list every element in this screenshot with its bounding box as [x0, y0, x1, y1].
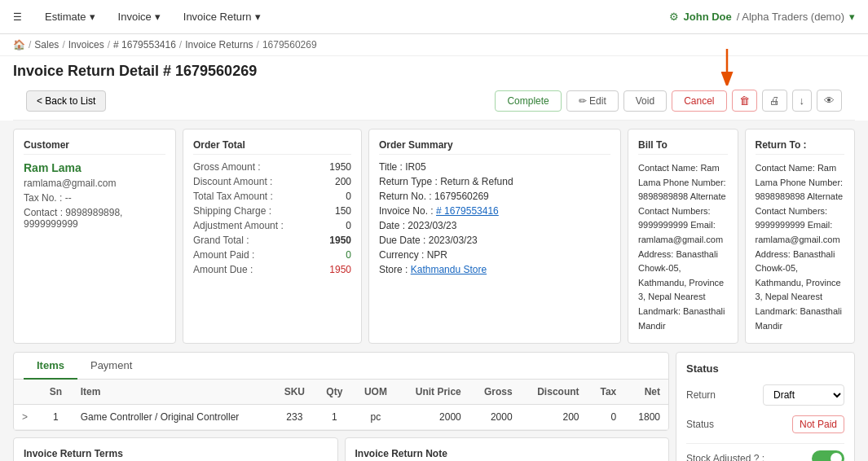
col-expand: [14, 380, 39, 405]
row-tax: 0: [588, 405, 625, 430]
summary-due-date: Due Date : 2023/03/23: [379, 235, 610, 246]
tax-row: Total Tax Amount : 0: [193, 191, 351, 202]
footer-sections: Invoice Return Terms Invoice Return Note: [13, 437, 669, 461]
customer-name: Ram Lama: [24, 161, 165, 174]
stock-toggle[interactable]: [812, 450, 844, 461]
return-to-card: Return To : Contact Name: Ram Lama Phone…: [745, 129, 856, 344]
customer-email: ramlama@gmail.com: [24, 178, 165, 189]
left-panel: Items Payment Sn Item SKU Qty UOM Unit P…: [13, 352, 669, 461]
nav-invoice[interactable]: Invoice ▾: [108, 6, 170, 28]
user-menu[interactable]: ⚙ John Doe / Alpha Traders (demo) ▾: [669, 11, 855, 23]
download-button[interactable]: ↓: [792, 90, 813, 112]
gross-amount-row: Gross Amount : 1950: [193, 161, 351, 173]
toolbar: < Back to List Complete ✏ Edit Void Canc…: [13, 85, 855, 121]
nav-menu: Estimate ▾ Invoice ▾ Invoice Return ▾: [35, 6, 669, 28]
row-qty: 1: [315, 405, 353, 430]
bottom-section: Items Payment Sn Item SKU Qty UOM Unit P…: [13, 352, 855, 461]
tab-items[interactable]: Items: [24, 353, 77, 380]
customer-contact: Contact : 9898989898, 9999999999: [24, 207, 165, 230]
col-unit-price: Unit Price: [398, 380, 469, 405]
customer-tax: Tax No. : --: [24, 192, 165, 204]
main-content: Customer Ram Lama ramlama@gmail.com Tax …: [0, 121, 868, 461]
row-gross: 2000: [469, 405, 521, 430]
row-unit-price: 2000: [398, 405, 469, 430]
return-to-text: Contact Name: Ram Lama Phone Number: 989…: [756, 161, 845, 333]
shipping-row: Shipping Charge : 150: [193, 205, 351, 217]
cancel-button[interactable]: Cancel: [672, 90, 726, 112]
bill-to-text: Contact Name: Ram Lama Phone Number: 989…: [638, 161, 728, 333]
amount-paid-row: Amount Paid : 0: [193, 249, 351, 261]
breadcrumb-invoice-returns[interactable]: Invoice Returns: [185, 39, 253, 50]
col-item: Item: [73, 380, 274, 405]
stock-label: Stock Adjusted ? :: [686, 453, 764, 461]
breadcrumb-invoices[interactable]: Invoices: [68, 39, 104, 50]
arrow-indicator: [715, 49, 739, 88]
breadcrumb-invoice-no[interactable]: # 1679553416: [113, 39, 176, 50]
tabs-container: Items Payment Sn Item SKU Qty UOM Unit P…: [13, 352, 669, 431]
col-uom: UOM: [353, 380, 398, 405]
bill-to-card: Bill To Contact Name: Ram Lama Phone Num…: [628, 129, 738, 344]
store-link[interactable]: Kathmandu Store: [411, 264, 487, 275]
hamburger-icon[interactable]: ☰: [13, 11, 22, 23]
top-nav: ☰ Estimate ▾ Invoice ▾ Invoice Return ▾ …: [0, 0, 868, 34]
adjustment-row: Adjustment Amount : 0: [193, 220, 351, 231]
col-gross: Gross: [469, 380, 521, 405]
col-qty: Qty: [315, 380, 353, 405]
amount-due-row: Amount Due : 1950: [193, 264, 351, 275]
summary-title-line: Title : IR05: [379, 161, 610, 173]
expand-row-button[interactable]: >: [22, 411, 28, 423]
col-net: Net: [624, 380, 668, 405]
summary-date: Date : 2023/03/23: [379, 220, 610, 231]
table-row: > 1 Game Controller / Original Controlle…: [14, 405, 668, 430]
delete-button[interactable]: 🗑: [732, 90, 757, 112]
order-total-title: Order Total: [193, 139, 351, 155]
customer-card: Customer Ram Lama ramlama@gmail.com Tax …: [13, 129, 176, 344]
status-card: Status Return Draft Status Not Paid Stoc…: [676, 352, 855, 461]
breadcrumb-current: 1679560269: [262, 39, 317, 50]
breadcrumb-sales[interactable]: Sales: [34, 39, 59, 50]
bill-to-title: Bill To: [638, 139, 728, 155]
note-card: Invoice Return Note: [345, 437, 670, 461]
note-title: Invoice Return Note: [355, 448, 659, 459]
tabs-header: Items Payment: [14, 353, 668, 380]
toolbar-left: < Back to List: [26, 90, 106, 112]
print-button[interactable]: 🖨: [762, 90, 787, 112]
terms-card: Invoice Return Terms: [13, 437, 338, 461]
void-button[interactable]: Void: [623, 90, 667, 112]
col-sn: Sn: [39, 380, 73, 405]
toolbar-right: Complete ✏ Edit Void Cancel 🗑 🖨 ↓ 👁: [495, 90, 842, 112]
row-uom: pc: [353, 405, 398, 430]
col-tax: Tax: [588, 380, 625, 405]
col-sku: SKU: [273, 380, 315, 405]
edit-button[interactable]: ✏ Edit: [566, 90, 619, 112]
complete-button[interactable]: Complete: [495, 90, 561, 112]
row-net: 1800: [624, 405, 668, 430]
stock-adjusted-row: Stock Adjusted ? :: [686, 443, 844, 461]
summary-store: Store : Kathmandu Store: [379, 264, 610, 275]
payment-status-row: Status Not Paid: [686, 415, 844, 433]
tab-payment[interactable]: Payment: [77, 353, 145, 380]
summary-return-type: Return Type : Return & Refund: [379, 176, 610, 187]
view-button[interactable]: 👁: [817, 90, 842, 112]
items-table: Sn Item SKU Qty UOM Unit Price Gross Dis…: [14, 380, 668, 430]
summary-return-no: Return No. : 1679560269: [379, 191, 610, 202]
return-select[interactable]: Draft: [763, 384, 844, 406]
summary-invoice-no: Invoice No. : # 1679553416: [379, 205, 610, 217]
row-discount: 200: [521, 405, 588, 430]
return-label: Return: [686, 389, 716, 401]
status-label: Status: [686, 419, 714, 430]
nav-estimate[interactable]: Estimate ▾: [35, 6, 105, 28]
nav-invoice-return[interactable]: Invoice Return ▾: [174, 6, 271, 28]
status-title: Status: [686, 362, 844, 375]
row-item: Game Controller / Original Controller: [73, 405, 274, 430]
user-company: / Alpha Traders (demo): [737, 11, 844, 23]
page-header: Invoice Return Detail # 1679560269 < Bac…: [0, 56, 868, 121]
back-button[interactable]: < Back to List: [26, 90, 106, 112]
status-badge: Not Paid: [792, 415, 844, 433]
discount-row: Discount Amount : 200: [193, 176, 351, 187]
invoice-no-link[interactable]: # 1679553416: [436, 205, 499, 217]
return-to-title: Return To :: [756, 139, 845, 155]
user-name: John Doe: [684, 11, 732, 23]
col-discount: Discount: [521, 380, 588, 405]
home-icon[interactable]: 🏠: [13, 39, 25, 50]
